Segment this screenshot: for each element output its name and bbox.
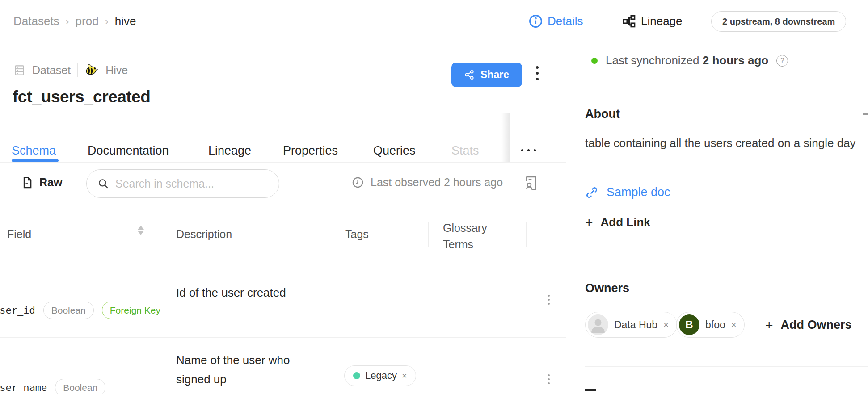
- avatar: [588, 314, 608, 335]
- tab-stats[interactable]: Stats: [451, 144, 479, 158]
- table-row-field-cell: user_name Boolean: [0, 379, 105, 394]
- avatar: B: [679, 314, 699, 335]
- column-divider: [526, 222, 527, 247]
- more-tabs-icon[interactable]: [521, 149, 536, 151]
- about-description: table containing all the users created o…: [585, 133, 868, 153]
- lineage-summary-text: 2 upstream, 8 downstream: [722, 17, 835, 27]
- column-divider: [160, 222, 160, 247]
- lineage-toggle-button[interactable]: Lineage: [622, 0, 683, 42]
- sample-doc-link[interactable]: Sample doc: [585, 185, 670, 199]
- breadcrumb-hive[interactable]: hive: [115, 14, 136, 28]
- breadcrumb: Datasets › prod › hive: [13, 0, 136, 42]
- hive-bee-logo: [84, 63, 99, 77]
- tab-schema[interactable]: Schema: [12, 144, 56, 158]
- dataset-table-icon: [13, 64, 25, 76]
- remove-owner-icon[interactable]: ×: [663, 320, 669, 330]
- toolbar-bottom-border: [0, 203, 566, 203]
- breadcrumb-prod[interactable]: prod: [76, 14, 99, 28]
- remove-tag-icon[interactable]: ×: [402, 371, 407, 381]
- lineage-graph-icon: [622, 14, 636, 28]
- owner-pill-bfoo[interactable]: B bfoo ×: [676, 312, 745, 338]
- share-icon: [464, 70, 475, 80]
- column-header-tags: Tags: [345, 228, 369, 241]
- clipped-edit-icon: [863, 113, 868, 115]
- add-owners-label: Add Owners: [781, 318, 852, 332]
- owners-heading: Owners: [585, 281, 629, 295]
- vertical-divider: [77, 63, 78, 77]
- owner-pill-datahub[interactable]: Data Hub ×: [585, 312, 677, 338]
- share-button[interactable]: Share: [451, 63, 522, 87]
- key-badge-clip: Foreign Key: [102, 302, 160, 319]
- sort-field-control[interactable]: [138, 226, 144, 235]
- sample-doc-label: Sample doc: [607, 185, 670, 199]
- plus-icon: +: [585, 216, 593, 229]
- add-link-button[interactable]: + Add Link: [585, 215, 650, 229]
- last-observed-text: Last observed 2 hours ago: [371, 176, 503, 189]
- type-badge: Boolean: [43, 302, 94, 319]
- tab-lineage[interactable]: Lineage: [208, 144, 251, 158]
- owner-name: bfoo: [705, 319, 725, 331]
- clock-icon: [352, 176, 364, 189]
- field-description: Name of the user who signed up: [176, 351, 301, 389]
- help-circle-icon[interactable]: ?: [776, 55, 788, 67]
- schema-search: [86, 169, 279, 198]
- sync-time: 2 hours ago: [703, 54, 768, 67]
- tab-properties[interactable]: Properties: [283, 144, 338, 158]
- more-options-icon[interactable]: [536, 66, 539, 80]
- entity-type-row: Dataset Hive: [13, 63, 128, 78]
- tag-color-dot: [353, 372, 360, 379]
- tag-legacy[interactable]: Legacy ×: [344, 365, 416, 386]
- last-observed-status: Last observed 2 hours ago: [352, 162, 503, 203]
- sort-desc-icon: [138, 231, 144, 235]
- entity-type-label: Dataset: [32, 64, 71, 77]
- about-heading: About: [585, 107, 620, 121]
- active-tab-underline: [12, 159, 59, 162]
- remove-owner-icon[interactable]: ×: [731, 320, 737, 330]
- tab-documentation[interactable]: Documentation: [88, 144, 169, 158]
- lineage-summary-badge[interactable]: 2 upstream, 8 downstream: [711, 11, 846, 32]
- column-header-field: Field: [7, 228, 31, 241]
- document-icon: [21, 176, 34, 189]
- row-menu-icon[interactable]: [548, 374, 550, 384]
- tab-queries[interactable]: Queries: [373, 144, 416, 158]
- tab-scroll-shadow: [501, 113, 510, 162]
- sync-status: Last synchronized 2 hours ago ?: [591, 54, 788, 67]
- field-name: user_name: [0, 382, 47, 393]
- sidebar-divider: [585, 91, 868, 91]
- details-label: Details: [548, 14, 583, 28]
- platform-label: Hive: [105, 64, 128, 77]
- field-name: user_id: [0, 305, 35, 316]
- link-icon: [585, 186, 598, 199]
- column-divider: [428, 222, 429, 247]
- column-header-glossary-terms: Glossary Terms: [443, 220, 497, 253]
- datahub-dataset-page: Datasets › prod › hive Details: [0, 0, 868, 394]
- page-title: fct_users_created: [13, 88, 150, 106]
- row-menu-icon[interactable]: [548, 295, 550, 305]
- raw-label: Raw: [39, 176, 62, 189]
- clipped-next-section-heading: [585, 389, 596, 391]
- info-circle-icon: [529, 14, 543, 28]
- top-navigation-bar: Datasets › prod › hive Details: [0, 0, 868, 42]
- audit-history-icon[interactable]: [524, 175, 538, 191]
- plus-icon: +: [765, 319, 773, 332]
- breadcrumb-datasets[interactable]: Datasets: [13, 14, 59, 28]
- add-owners-button[interactable]: + Add Owners: [765, 318, 852, 332]
- type-badge-label: Boolean: [51, 305, 86, 316]
- raw-toggle-button[interactable]: Raw: [21, 162, 62, 203]
- foreign-key-badge: Foreign Key: [102, 302, 160, 319]
- field-description: Id of the user created: [176, 283, 286, 302]
- tag-label: Legacy: [365, 370, 397, 381]
- sync-prefix: Last synchronized: [606, 54, 699, 67]
- details-toggle-button[interactable]: Details: [529, 0, 583, 42]
- add-link-label: Add Link: [601, 215, 650, 229]
- owner-name: Data Hub: [614, 319, 657, 331]
- breadcrumb-separator: ›: [99, 15, 115, 28]
- breadcrumb-separator: ›: [59, 15, 76, 28]
- table-row-field-cell: user_id Boolean Foreign Key: [0, 302, 160, 319]
- share-label: Share: [480, 69, 509, 81]
- search-input[interactable]: [115, 177, 268, 190]
- lineage-label: Lineage: [641, 14, 683, 28]
- type-badge: Boolean: [55, 379, 105, 394]
- sort-asc-icon: [138, 226, 144, 230]
- column-divider: [329, 222, 329, 247]
